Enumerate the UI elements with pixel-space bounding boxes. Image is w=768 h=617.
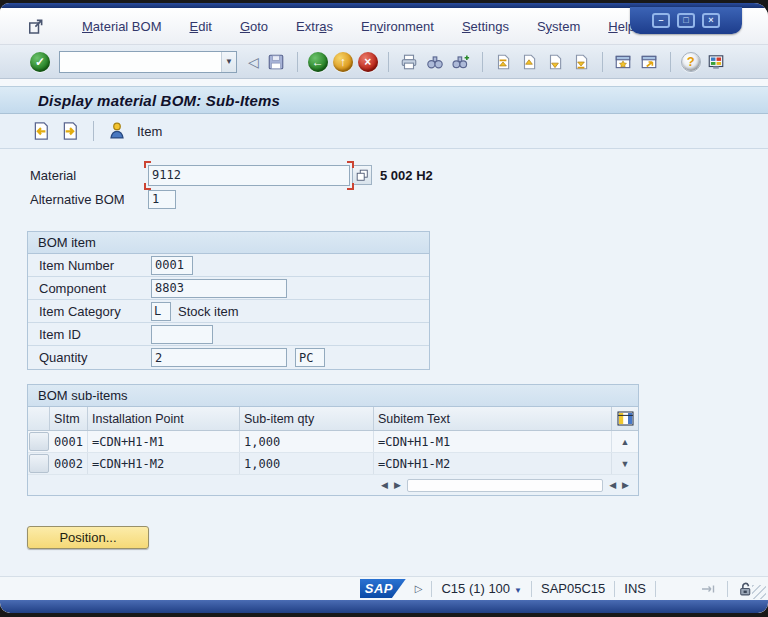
previous-page-icon[interactable] (519, 52, 540, 72)
command-field-wrap: ▼ (59, 51, 237, 73)
item-category-label: Item Category (39, 304, 151, 319)
main-content: Material 5 002 H2 Alternative BOM B (0, 149, 768, 576)
bom-item-group: BOM item Item Number Component Item Cate… (27, 231, 430, 370)
menu-item-material-bom[interactable]: Material BOM (82, 19, 161, 34)
toolbar-separator (670, 52, 671, 72)
multiple-selection-icon[interactable] (352, 165, 372, 185)
hscroll-track[interactable] (407, 479, 603, 492)
select-all-column-header[interactable] (28, 407, 50, 430)
cell-sitm[interactable]: 0002 (50, 453, 88, 474)
alternative-bom-label: Alternative BOM (30, 192, 148, 207)
next-page-icon[interactable] (545, 52, 566, 72)
quantity-row: Quantity (28, 346, 429, 369)
window-bottom-border (0, 600, 768, 613)
bom-sub-items-group-title: BOM sub-items (28, 385, 638, 407)
help-icon[interactable]: ? (681, 52, 701, 72)
menu-item-goto[interactable]: Goto (240, 19, 268, 34)
last-page-icon[interactable] (571, 52, 592, 72)
minimize-button[interactable]: – (652, 13, 670, 28)
session-info[interactable]: C15 (1) 100▼ (441, 581, 522, 596)
find-icon[interactable] (425, 52, 446, 72)
customize-layout-icon[interactable] (706, 52, 727, 72)
item-number-input[interactable] (151, 256, 193, 275)
previous-item-icon[interactable] (30, 121, 52, 141)
cell-installation_point[interactable]: =CDN+H1-M1 (88, 431, 240, 452)
cell-text[interactable]: =CDN+H1-M1 (374, 431, 612, 452)
component-input[interactable] (151, 279, 287, 298)
column-header-sitm[interactable]: SItm (50, 407, 88, 430)
collapse-command-icon[interactable]: ◁ (248, 54, 259, 70)
command-field[interactable] (60, 53, 221, 71)
find-next-icon[interactable] (451, 52, 472, 72)
print-icon[interactable] (399, 52, 420, 72)
menu-item-extras[interactable]: Extras (296, 19, 333, 34)
row-select-button[interactable] (29, 432, 49, 451)
screen-title-bar: Display material BOM: Sub-Items (0, 86, 768, 114)
first-page-icon[interactable] (493, 52, 514, 72)
item-person-icon[interactable] (106, 121, 128, 141)
close-button[interactable]: × (702, 13, 720, 28)
table-body: 0001=CDN+H1-M11,000=CDN+H1-M1▲0002=CDN+H… (28, 431, 638, 475)
scroll-left-icon[interactable]: ◀ (381, 480, 388, 490)
session-dropdown-icon[interactable]: ▼ (514, 586, 522, 595)
table-row: 0001=CDN+H1-M11,000=CDN+H1-M1▲ (28, 431, 638, 453)
cell-text[interactable]: =CDN+H1-M2 (374, 453, 612, 474)
cell-installation_point[interactable]: =CDN+H1-M2 (88, 453, 240, 474)
item-category-row: Item Category Stock item (28, 300, 429, 323)
table-settings-icon[interactable] (612, 407, 638, 430)
column-header-sub-item-qty[interactable]: Sub-item qty (240, 407, 374, 430)
insert-mode[interactable]: INS (624, 581, 646, 596)
status-divider (614, 581, 615, 597)
server-name: SAP05C15 (541, 581, 605, 596)
bom-item-group-title: BOM item (28, 232, 429, 254)
status-divider (431, 581, 432, 597)
menu-item-edit[interactable]: Edit (189, 19, 211, 34)
status-expand-icon[interactable]: ▷ (415, 583, 423, 594)
back-icon[interactable]: ← (308, 52, 328, 72)
scroll-right-icon[interactable]: ▶ (394, 480, 401, 490)
menu-item-system[interactable]: System (537, 19, 580, 34)
toolbar-separator (297, 52, 298, 72)
column-headers: SItmInstallation PointSub-item qtySubite… (50, 407, 612, 430)
subitems-header-row: SItmInstallation PointSub-item qtySubite… (28, 407, 638, 431)
new-session-icon[interactable] (613, 52, 634, 72)
toolbar-separator (482, 52, 483, 72)
alternative-bom-input[interactable] (148, 190, 176, 209)
create-shortcut-icon[interactable] (639, 52, 660, 72)
item-id-input[interactable] (151, 325, 213, 344)
maximize-button[interactable]: □ (677, 13, 695, 28)
command-dropdown-icon[interactable]: ▼ (221, 52, 236, 72)
scroll-right-icon[interactable]: ▶ (622, 480, 629, 490)
vscroll-down-icon[interactable]: ▼ (612, 459, 638, 469)
exit-icon[interactable]: ↑ (333, 52, 353, 72)
menu-items: Material BOMEditGotoExtrasEnvironmentSet… (82, 19, 635, 34)
column-header-subitem-text[interactable]: Subitem Text (374, 407, 612, 430)
menu-item-environment[interactable]: Environment (361, 19, 434, 34)
quantity-input[interactable] (151, 348, 287, 367)
toolbar-separator (388, 52, 389, 72)
quantity-unit-input[interactable] (295, 348, 325, 367)
column-header-installation-point[interactable]: Installation Point (88, 407, 240, 430)
item-button-label[interactable]: Item (137, 124, 162, 139)
cell-qty[interactable]: 1,000 (240, 431, 374, 452)
vscroll-up-icon[interactable]: ▲ (612, 437, 638, 447)
enter-icon[interactable]: ✓ (30, 52, 50, 72)
table-row: 0002=CDN+H1-M21,000=CDN+H1-M2▼ (28, 453, 638, 475)
system-menu-icon[interactable] (26, 16, 46, 36)
row-select-button[interactable] (29, 454, 49, 473)
cell-sitm[interactable]: 0001 (50, 431, 88, 452)
next-item-icon[interactable] (59, 121, 81, 141)
page-title: Display material BOM: Sub-Items (38, 92, 280, 109)
standard-toolbar: ✓ ▼ ◁ ← ↑ × (0, 45, 768, 79)
item-number-label: Item Number (39, 258, 151, 273)
material-input[interactable] (148, 165, 350, 186)
position-button[interactable]: Position... (27, 526, 149, 549)
item-category-input[interactable] (151, 302, 171, 321)
resize-grip[interactable] (752, 585, 766, 599)
save-icon[interactable] (266, 52, 287, 72)
cell-qty[interactable]: 1,000 (240, 453, 374, 474)
menu-item-settings[interactable]: Settings (462, 19, 509, 34)
cancel-icon[interactable]: × (358, 52, 378, 72)
scroll-left-icon[interactable]: ◀ (609, 480, 616, 490)
sub-items-table: SItmInstallation PointSub-item qtySubite… (28, 407, 638, 495)
